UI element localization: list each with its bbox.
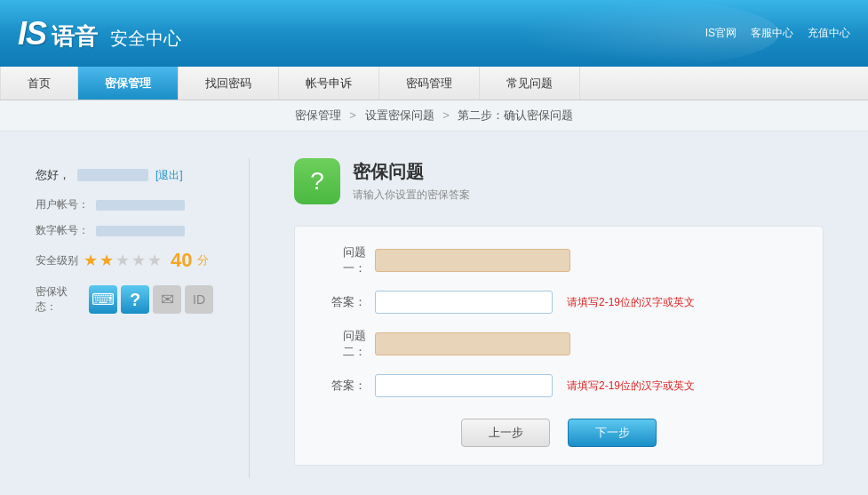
logo: IS 语音 安全中心 [18,15,181,52]
account-row: 用户帐号： [36,197,213,212]
panel-subtitle: 请输入你设置的密保答案 [353,188,470,203]
next-button[interactable]: 下一步 [568,419,657,447]
header: IS 语音 安全中心 IS官网 客服中心 充值中心 [0,0,868,67]
star-3: ★ [115,251,130,270]
star-4: ★ [131,251,146,270]
nav-account-appeal[interactable]: 帐号申诉 [279,67,379,100]
security-status: 密保状态： ⌨ ? ✉ ID [36,284,213,315]
status-icons: ⌨ ? ✉ ID [89,285,213,314]
header-link-recharge[interactable]: 充值中心 [808,26,850,41]
digital-blur [96,226,185,236]
logo-is: IS [18,15,46,52]
status-icon-question: ? [121,285,149,314]
security-level: 安全级别 ★ ★ ★ ★ ★ 40 分 [36,249,213,272]
star-1: ★ [84,251,98,270]
digital-label: 数字帐号： [36,223,89,238]
status-label: 密保状态： [36,284,84,315]
button-row: 上一步 下一步 [322,419,796,447]
panel-icon-symbol: ? [310,167,324,196]
right-panel: ? 密保问题 请输入你设置的密保答案 问题一： 答案： 请填写2-19位的汉字或… [276,149,841,487]
breadcrumb-bar: 密保管理 > 设置密保问题 > 第二步：确认密保问题 [0,100,868,132]
stars: ★ ★ ★ ★ ★ [84,251,162,270]
header-links: IS官网 客服中心 充值中心 [705,26,850,41]
nav-home[interactable]: 首页 [0,67,78,100]
answer2-row: 答案： 请填写2-19位的汉字或英文 [322,374,796,397]
breadcrumb-item-3: 第二步：确认密保问题 [458,108,573,122]
form-section: 问题一： 答案： 请填写2-19位的汉字或英文 问题二： 答案： 请填写2-19… [294,226,824,466]
prev-button[interactable]: 上一步 [461,419,550,447]
nav: 首页 密保管理 找回密码 帐号申诉 密码管理 常见问题 [0,67,868,100]
question1-label: 问题一： [322,244,366,276]
panel-title-group: 密保问题 请输入你设置的密保答案 [353,160,470,203]
logout-link[interactable]: [退出] [155,168,183,183]
breadcrumb-item-1: 密保管理 [295,108,341,122]
header-link-issite[interactable]: IS官网 [705,26,737,41]
answer2-label: 答案： [322,378,366,394]
question2-label: 问题二： [322,328,366,360]
breadcrumb: 密保管理 > 设置密保问题 > 第二步：确认密保问题 [295,108,574,122]
panel-header: ? 密保问题 请输入你设置的密保答案 [294,158,824,204]
star-5: ★ [147,251,162,270]
nav-security-mgmt[interactable]: 密保管理 [78,67,179,100]
status-icon-email: ✉ [153,285,181,314]
panel-divider [249,158,250,478]
answer2-hint: 请填写2-19位的汉字或英文 [567,379,695,394]
panel-title: 密保问题 [353,160,470,184]
breadcrumb-sep-2: > [442,108,452,122]
logo-cn: 语音 [52,21,98,52]
star-2: ★ [100,251,114,270]
main-content: 您好， [退出] 用户帐号： 数字帐号： 安全级别 ★ ★ ★ ★ ★ 40 分… [0,132,868,495]
user-greeting: 您好， [退出] [36,167,213,183]
account-label: 用户帐号： [36,197,89,212]
breadcrumb-sep-1: > [349,108,359,122]
answer1-hint: 请填写2-19位的汉字或英文 [567,295,695,310]
answer2-input[interactable] [375,374,553,397]
security-label: 安全级别 [36,253,78,268]
account-blur [96,200,185,211]
question1-blur [375,249,570,272]
answer1-row: 答案： 请填写2-19位的汉字或英文 [322,291,796,314]
question2-row: 问题二： [322,328,796,360]
breadcrumb-item-2: 设置密保问题 [365,108,434,122]
logo-sub: 安全中心 [110,27,181,51]
nav-faq[interactable]: 常见问题 [480,67,580,100]
answer1-input[interactable] [375,291,553,314]
answer1-label: 答案： [322,294,366,310]
username-blur [77,169,148,181]
panel-icon: ? [294,158,340,204]
nav-pwd-mgmt[interactable]: 密码管理 [379,67,480,100]
digital-row: 数字帐号： [36,223,213,238]
score-unit: 分 [197,252,209,268]
nav-retrieve-pwd[interactable]: 找回密码 [179,67,279,100]
score: 40 [171,249,192,272]
left-panel: 您好， [退出] 用户帐号： 数字帐号： 安全级别 ★ ★ ★ ★ ★ 40 分… [27,149,222,487]
status-icon-idcard: ID [185,285,213,314]
status-icon-keyboard: ⌨ [89,285,117,314]
question1-row: 问题一： [322,244,796,276]
question2-blur [375,332,570,355]
header-link-customer[interactable]: 客服中心 [751,26,793,41]
greeting-text: 您好， [36,167,70,183]
